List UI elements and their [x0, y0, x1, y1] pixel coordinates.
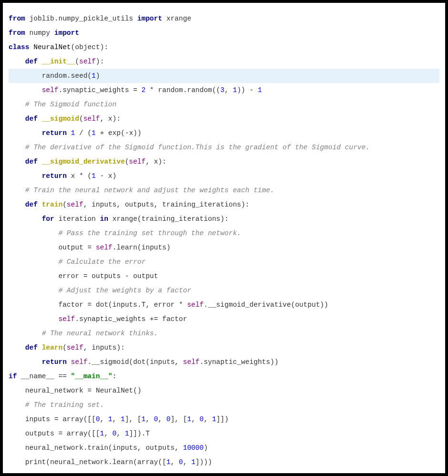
code-line: return 1 / (1 + exp(-x)) [9, 126, 439, 140]
code-line: neural_network.train(inputs, outputs, 10… [9, 441, 439, 455]
code-line: return x * (1 - x) [9, 169, 439, 183]
code-line: outputs = array([[1, 0, 1]]).T [9, 426, 439, 441]
code-line: def learn(self, inputs): [9, 341, 439, 355]
code-editor: from joblib.numpy_pickle_utils import xr… [3, 3, 445, 473]
code-line: self.synaptic_weights = 2 * random.rando… [9, 83, 439, 97]
code-line: # Pass the training set through the netw… [9, 226, 439, 240]
code-line: def __sigmoid(self, x): [9, 112, 439, 126]
keyword-import: import [137, 15, 162, 22]
code-line: def train(self, inputs, outputs, trainin… [9, 197, 439, 212]
code-line: return self.__sigmoid(dot(inputs, self.s… [9, 355, 439, 369]
code-line: error = outputs - output [9, 269, 439, 283]
code-line: factor = dot(inputs.T, error * self.__si… [9, 298, 439, 312]
code-line: from joblib.numpy_pickle_utils import xr… [9, 11, 439, 26]
code-line: def __sigmoid_derivative(self, x): [9, 155, 439, 169]
code-line: def __init__(self): [9, 54, 439, 69]
code-line: # The neural network thinks. [9, 326, 439, 341]
code-line: class NeuralNet(object): [9, 40, 439, 54]
code-line: inputs = array([[0, 1, 1], [1, 0, 0], [1… [9, 412, 439, 426]
code-line: neural_network = NeuralNet() [9, 383, 439, 398]
code-line: output = self.learn(inputs) [9, 240, 439, 255]
code-line: # Train the neural network and adjust th… [9, 183, 439, 197]
code-line: # Adjust the weights by a factor [9, 283, 439, 298]
code-line: # The training set. [9, 398, 439, 412]
code-line: # The derivative of the Sigmoid function… [9, 140, 439, 155]
keyword-from: from [9, 15, 25, 22]
code-line-highlighted: random.seed(1) [9, 69, 439, 83]
code-line: # The Sigmoid function [9, 97, 439, 112]
code-line: if __name__ == "__main__": [9, 369, 439, 383]
code-line: from numpy import [9, 26, 439, 40]
code-line: print(neural_network.learn(array([1, 0, … [9, 455, 439, 469]
code-line: # Calculate the error [9, 255, 439, 269]
code-line: for iteration in xrange(training_iterati… [9, 212, 439, 226]
code-line: self.synaptic_weights += factor [9, 312, 439, 326]
